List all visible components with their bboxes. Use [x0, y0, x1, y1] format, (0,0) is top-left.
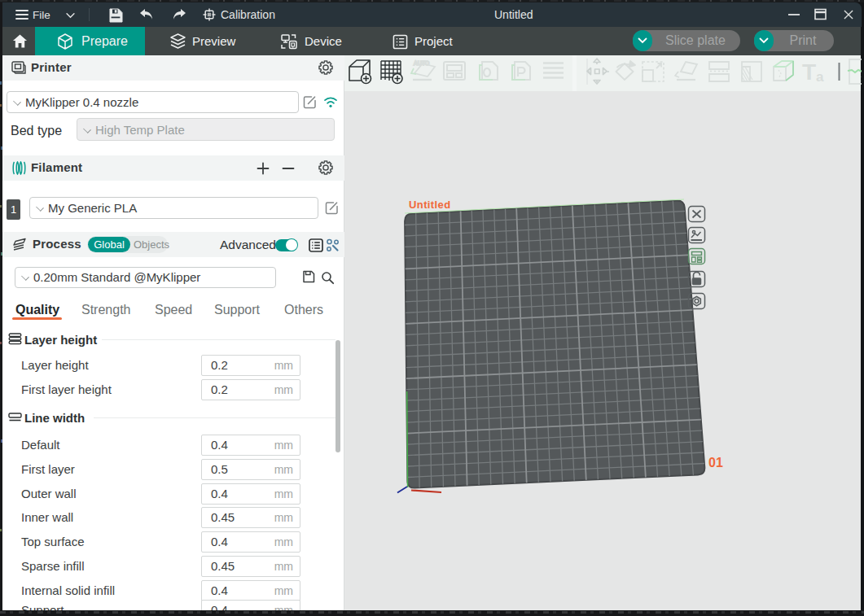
- svg-text:a: a: [816, 69, 824, 85]
- svg-text:T: T: [802, 59, 816, 85]
- svg-text:AUTO: AUTO: [414, 60, 430, 66]
